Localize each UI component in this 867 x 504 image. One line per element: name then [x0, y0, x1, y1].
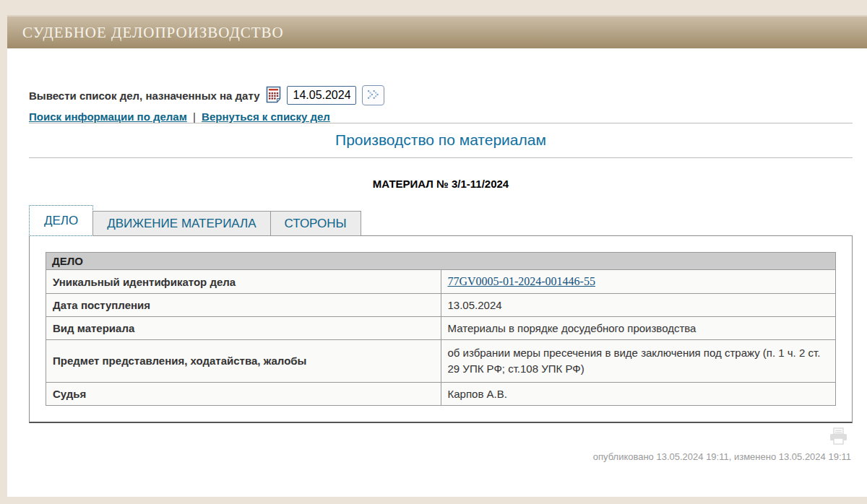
case-details-table: ДЕЛО Уникальный идентификатор дела 77GV0… — [46, 252, 836, 406]
print-button[interactable] — [829, 427, 848, 448]
content-area: Вывести список дел, назначенных на дату — [7, 85, 867, 462]
link-case-search[interactable]: Поиск информации по делам — [29, 110, 187, 123]
row-label: Уникальный идентификатор дела — [46, 270, 441, 294]
tab-case[interactable]: ДЕЛО — [29, 205, 93, 236]
row-value: Карпов А.В. — [441, 382, 836, 405]
links-separator: | — [190, 110, 199, 123]
app-header: СУДЕБНОЕ ДЕЛОПРОИЗВОДСТВО — [7, 15, 867, 48]
row-label: Дата поступления — [46, 294, 441, 317]
toolbar-links: Поиск информации по делам | Вернуться к … — [29, 110, 853, 123]
tab-parties[interactable]: СТОРОНЫ — [270, 211, 361, 236]
tab-material-movement[interactable]: ДВИЖЕНИЕ МАТЕРИАЛА — [92, 211, 270, 236]
table-row: Судья Карпов А.В. — [46, 382, 836, 405]
table-row: Предмет представления, ходатайства, жало… — [46, 340, 836, 383]
case-uid-link[interactable]: 77GV0005-01-2024-001446-55 — [448, 275, 595, 287]
printer-icon — [829, 437, 848, 448]
app-title: СУДЕБНОЕ ДЕЛОПРОИЗВОДСТВО — [7, 24, 284, 42]
row-label: Судья — [46, 382, 441, 405]
main-window: СУДЕБНОЕ ДЕЛОПРОИЗВОДСТВО Вывести список… — [7, 15, 867, 497]
published-stamp: опубликовано 13.05.2024 19:11, изменено … — [29, 451, 853, 462]
row-value: Материалы в порядке досудебного производ… — [441, 317, 836, 340]
date-filter-label: Вывести список дел, назначенных на дату — [29, 90, 259, 102]
table-header-row: ДЕЛО — [46, 253, 836, 270]
go-button[interactable] — [362, 85, 384, 105]
print-row — [29, 423, 853, 448]
tab-panel-case: ДЕЛО Уникальный идентификатор дела 77GV0… — [29, 235, 853, 423]
tab-bar: ДЕЛО ДВИЖЕНИЕ МАТЕРИАЛА СТОРОНЫ — [29, 205, 853, 235]
table-row: Вид материала Материалы в порядке досуде… — [46, 317, 836, 340]
table-header: ДЕЛО — [46, 253, 836, 270]
material-number: МАТЕРИАЛ № 3/1-11/2024 — [29, 178, 853, 190]
double-chevron-right-icon — [367, 89, 379, 103]
row-label: Предмет представления, ходатайства, жало… — [46, 340, 441, 383]
row-value: об избрании меры пресечения в виде заклю… — [441, 340, 836, 383]
table-row: Дата поступления 13.05.2024 — [46, 294, 836, 317]
date-filter-row: Вывести список дел, назначенных на дату — [29, 85, 853, 105]
divider-bottom — [29, 157, 853, 158]
row-value: 13.05.2024 — [441, 294, 836, 317]
row-label: Вид материала — [46, 317, 441, 340]
link-back-to-list[interactable]: Вернуться к списку дел — [202, 110, 330, 123]
page-title: Производство по материалам — [29, 123, 853, 157]
table-row: Уникальный идентификатор дела 77GV0005-0… — [46, 270, 836, 294]
calendar-button[interactable] — [266, 86, 281, 105]
calendar-icon — [266, 86, 281, 105]
date-input[interactable] — [287, 86, 356, 105]
